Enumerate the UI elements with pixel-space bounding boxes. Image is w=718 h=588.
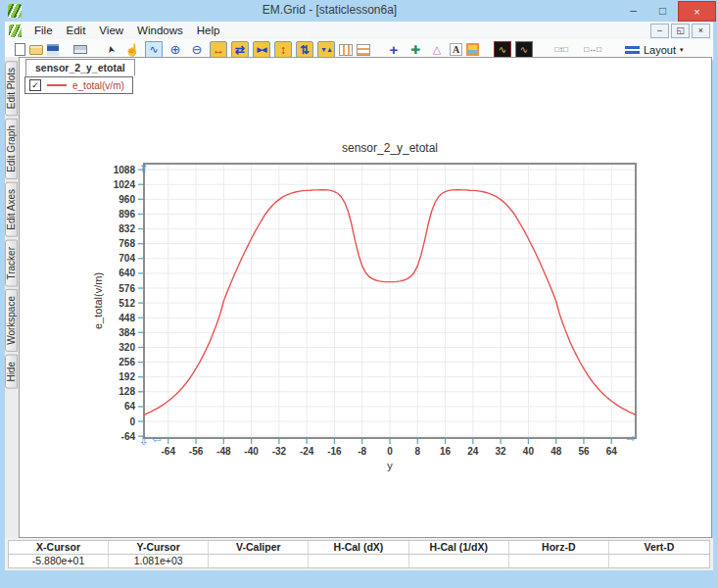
- status-value-6: [609, 555, 709, 567]
- mdi-close-button[interactable]: ×: [692, 24, 710, 38]
- side-tab-edit-plots[interactable]: Edit Plots: [5, 61, 18, 116]
- plot-style-icon[interactable]: [466, 43, 479, 56]
- caliper-icon[interactable]: △: [428, 41, 446, 58]
- side-tab-hide[interactable]: Hide: [5, 355, 18, 389]
- x-tick-label: 64: [606, 446, 618, 457]
- horizontal-limits-icon[interactable]: □↔□: [579, 41, 606, 58]
- status-value-0: -5.880e+01: [9, 555, 109, 567]
- y-tick-label: 960: [119, 194, 135, 205]
- save-icon[interactable]: [47, 44, 59, 56]
- y-tick-label: 384: [119, 327, 135, 338]
- chart-title: sensor_2_y_etotal: [342, 141, 438, 155]
- expand-vertical-icon[interactable]: ↕: [274, 41, 292, 58]
- close-button[interactable]: ×: [678, 1, 716, 22]
- zoom-in-icon[interactable]: ⊕: [167, 41, 184, 58]
- y-tick-label: 512: [119, 298, 135, 309]
- new-file-icon[interactable]: [15, 43, 25, 56]
- menu-help[interactable]: Help: [190, 24, 227, 37]
- app-logo-icon: [8, 4, 22, 18]
- y-tick-label: 896: [119, 209, 135, 220]
- status-header-x-cursor: X-Cursor: [9, 541, 109, 555]
- chart-svg[interactable]: -640641281922563203844485125766407047688…: [89, 138, 649, 476]
- tracker-axes-icon[interactable]: ✚: [407, 41, 424, 58]
- menubar: FileEditViewWindowsHelp – ◱ ×: [5, 22, 713, 40]
- x-tick-label: 16: [440, 446, 452, 457]
- side-tabs: Edit PlotsEdit GraphEdit AxesTrackerWork…: [5, 61, 20, 389]
- y-tick-label: 256: [119, 357, 135, 368]
- layout-label: Layout: [644, 44, 676, 56]
- text-annotation-icon[interactable]: A: [450, 43, 462, 56]
- y-axis-label: e_total(v/m): [92, 272, 104, 329]
- y-tick-label: 64: [124, 401, 136, 412]
- chart[interactable]: -640641281922563203844485125766407047688…: [89, 138, 649, 476]
- zoom-out-icon[interactable]: ⊖: [188, 41, 206, 58]
- window-controls: – □ ×: [619, 1, 716, 22]
- shrink-horizontal-icon[interactable]: ⇄: [231, 41, 249, 58]
- pan-hand-icon[interactable]: ☝: [123, 41, 141, 58]
- status-header-v-caliper: V-Caliper: [209, 541, 309, 555]
- x-tick-label: -40: [244, 446, 259, 457]
- shrink-vertical-icon[interactable]: ⇅: [296, 41, 313, 58]
- side-tab-edit-graph[interactable]: Edit Graph: [5, 119, 18, 179]
- y-tick-label: 448: [119, 313, 135, 323]
- x-axis-label: y: [387, 460, 393, 471]
- x-tick-label: -56: [189, 446, 204, 457]
- menu-view[interactable]: View: [92, 24, 130, 37]
- status-value-2: [209, 555, 309, 567]
- dark-plot-alt-icon[interactable]: ∿: [515, 41, 533, 58]
- document-tab[interactable]: sensor_2_y_etotal: [25, 59, 135, 76]
- y-tick-label: 640: [119, 268, 135, 278]
- side-tab-edit-axes[interactable]: Edit Axes: [5, 182, 18, 237]
- vertical-section-icon[interactable]: [339, 44, 353, 56]
- status-value-5: [509, 555, 609, 567]
- legend-checkbox[interactable]: ✓: [29, 79, 41, 91]
- status-header-vert-d: Vert-D: [609, 541, 709, 555]
- x-tick-label: -24: [300, 446, 314, 457]
- maximize-button[interactable]: □: [648, 1, 677, 20]
- document-logo-icon: [9, 24, 22, 37]
- mdi-controls: – ◱ ×: [650, 24, 713, 38]
- legend-line-sample: [47, 84, 67, 86]
- x-tick-label: 24: [467, 446, 479, 457]
- x-tick-label: -64: [162, 446, 176, 457]
- crosshair-icon[interactable]: +: [385, 41, 403, 58]
- y-tick-label: -64: [121, 431, 136, 442]
- y-tick-label: 832: [119, 223, 135, 234]
- status-value-1: 1.081e+03: [109, 555, 209, 567]
- menu-edit[interactable]: Edit: [60, 24, 93, 37]
- status-header-h-cal-1-dx-: H-Cal (1/dX): [409, 541, 509, 555]
- y-tick-label: 0: [129, 416, 135, 427]
- horizontal-section-icon[interactable]: [357, 44, 370, 56]
- x-tick-label: -48: [216, 446, 231, 457]
- y-tick-label: 704: [119, 253, 135, 264]
- vertical-limits-icon[interactable]: □↕□: [548, 41, 575, 58]
- zoom-region-icon[interactable]: ∿: [145, 41, 163, 58]
- y-tick-label: 128: [119, 386, 135, 397]
- x-tick-label: 8: [415, 446, 421, 457]
- center-vertical-icon[interactable]: ▼▲: [317, 41, 335, 58]
- legend-label: e_total(v/m): [72, 80, 124, 91]
- dark-plot-icon[interactable]: ∿: [494, 41, 511, 58]
- mdi-restore-button[interactable]: ◱: [671, 24, 690, 38]
- mdi-minimize-button[interactable]: –: [650, 24, 669, 38]
- y-tick-label: 1024: [114, 179, 136, 190]
- layout-dropdown[interactable]: Layout▾: [621, 41, 688, 58]
- expand-horizontal-icon[interactable]: ↔: [210, 41, 227, 58]
- status-value-4: [409, 555, 509, 567]
- x-axis-right-arrow-icon: ⇨: [626, 432, 635, 444]
- minimize-button[interactable]: –: [619, 1, 647, 20]
- layout-icon: [625, 46, 640, 54]
- window-title: EM.Grid - [staticlesson6a]: [59, 3, 600, 17]
- chevron-down-icon: ▾: [680, 46, 684, 54]
- x-tick-label: -16: [327, 446, 342, 457]
- center-horizontal-icon[interactable]: ▶◀: [253, 41, 270, 58]
- print-icon[interactable]: [73, 45, 87, 54]
- menu-windows[interactable]: Windows: [130, 24, 190, 37]
- side-tab-workspace[interactable]: Workspace: [5, 289, 18, 352]
- side-tab-tracker[interactable]: Tracker: [5, 240, 18, 287]
- open-folder-icon[interactable]: [29, 45, 43, 55]
- status-header-y-cursor: Y-Cursor: [109, 541, 209, 555]
- x-tick-label: 32: [496, 446, 507, 457]
- menu-file[interactable]: File: [27, 24, 60, 37]
- x-tick-label: 40: [523, 446, 535, 457]
